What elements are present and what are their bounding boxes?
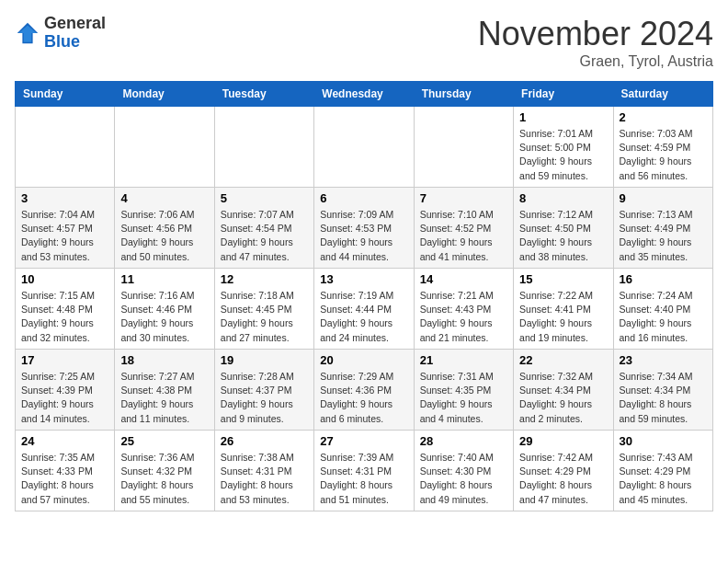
calendar-week-row: 10Sunrise: 7:15 AMSunset: 4:48 PMDayligh… [16, 269, 713, 350]
day-info: Sunrise: 7:27 AMSunset: 4:38 PMDaylight:… [120, 370, 208, 426]
day-number: 12 [221, 272, 308, 286]
day-info: Sunrise: 7:39 AMSunset: 4:31 PMDaylight:… [320, 451, 407, 507]
calendar-day-cell: 22Sunrise: 7:32 AMSunset: 4:34 PMDayligh… [514, 350, 613, 431]
day-number: 14 [420, 272, 507, 286]
svg-marker-1 [18, 25, 37, 41]
calendar-day-cell: 11Sunrise: 7:16 AMSunset: 4:46 PMDayligh… [115, 269, 214, 350]
day-info: Sunrise: 7:38 AMSunset: 4:31 PMDaylight:… [221, 451, 308, 507]
day-info: Sunrise: 7:04 AMSunset: 4:57 PMDaylight:… [21, 208, 108, 264]
calendar-day-cell: 16Sunrise: 7:24 AMSunset: 4:40 PMDayligh… [613, 269, 712, 350]
day-info: Sunrise: 7:35 AMSunset: 4:33 PMDaylight:… [21, 451, 108, 507]
calendar-day-cell: 8Sunrise: 7:12 AMSunset: 4:50 PMDaylight… [514, 188, 613, 269]
calendar-day-cell: 10Sunrise: 7:15 AMSunset: 4:48 PMDayligh… [16, 269, 115, 350]
calendar-day-cell: 14Sunrise: 7:21 AMSunset: 4:43 PMDayligh… [414, 269, 513, 350]
calendar-day-cell [314, 107, 414, 188]
calendar-week-row: 3Sunrise: 7:04 AMSunset: 4:57 PMDaylight… [16, 188, 713, 269]
calendar-week-row: 17Sunrise: 7:25 AMSunset: 4:39 PMDayligh… [16, 350, 713, 431]
day-info: Sunrise: 7:34 AMSunset: 4:34 PMDaylight:… [620, 370, 707, 426]
day-number: 2 [620, 110, 707, 124]
title-block: November 2024 Graen, Tyrol, Austria [478, 15, 713, 70]
calendar-day-cell: 9Sunrise: 7:13 AMSunset: 4:49 PMDaylight… [613, 188, 712, 269]
month-title: November 2024 [478, 15, 713, 53]
day-number: 29 [519, 434, 607, 448]
calendar-header-monday: Monday [115, 82, 214, 107]
day-info: Sunrise: 7:29 AMSunset: 4:36 PMDaylight:… [320, 370, 407, 426]
day-info: Sunrise: 7:03 AMSunset: 4:59 PMDaylight:… [620, 127, 707, 183]
calendar-week-row: 1Sunrise: 7:01 AMSunset: 5:00 PMDaylight… [16, 107, 713, 188]
day-number: 11 [120, 272, 208, 286]
day-info: Sunrise: 7:42 AMSunset: 4:29 PMDaylight:… [519, 451, 607, 507]
logo-general: General [44, 14, 106, 32]
day-number: 10 [21, 272, 108, 286]
calendar-day-cell: 18Sunrise: 7:27 AMSunset: 4:38 PMDayligh… [115, 350, 214, 431]
calendar-table: SundayMondayTuesdayWednesdayThursdayFrid… [15, 81, 713, 511]
calendar-day-cell: 15Sunrise: 7:22 AMSunset: 4:41 PMDayligh… [514, 269, 613, 350]
day-number: 26 [221, 434, 308, 448]
day-info: Sunrise: 7:40 AMSunset: 4:30 PMDaylight:… [420, 451, 507, 507]
calendar-week-row: 24Sunrise: 7:35 AMSunset: 4:33 PMDayligh… [16, 431, 713, 511]
day-number: 23 [620, 353, 707, 367]
day-info: Sunrise: 7:22 AMSunset: 4:41 PMDaylight:… [519, 289, 607, 345]
day-number: 16 [620, 272, 707, 286]
calendar-day-cell [115, 107, 214, 188]
calendar-day-cell: 3Sunrise: 7:04 AMSunset: 4:57 PMDaylight… [16, 188, 115, 269]
day-info: Sunrise: 7:15 AMSunset: 4:48 PMDaylight:… [21, 289, 108, 345]
calendar-day-cell: 12Sunrise: 7:18 AMSunset: 4:45 PMDayligh… [214, 269, 313, 350]
calendar-day-cell [214, 107, 313, 188]
calendar-day-cell: 21Sunrise: 7:31 AMSunset: 4:35 PMDayligh… [414, 350, 513, 431]
day-number: 19 [221, 353, 308, 367]
day-number: 15 [519, 272, 607, 286]
calendar-day-cell: 13Sunrise: 7:19 AMSunset: 4:44 PMDayligh… [314, 269, 414, 350]
day-number: 4 [120, 191, 208, 205]
day-number: 25 [120, 434, 208, 448]
day-info: Sunrise: 7:09 AMSunset: 4:53 PMDaylight:… [320, 208, 407, 264]
calendar-day-cell: 20Sunrise: 7:29 AMSunset: 4:36 PMDayligh… [314, 350, 414, 431]
calendar-day-cell: 19Sunrise: 7:28 AMSunset: 4:37 PMDayligh… [214, 350, 313, 431]
calendar-day-cell: 1Sunrise: 7:01 AMSunset: 5:00 PMDaylight… [514, 107, 613, 188]
logo-blue: Blue [44, 32, 80, 51]
day-info: Sunrise: 7:31 AMSunset: 4:35 PMDaylight:… [420, 370, 507, 426]
calendar-day-cell: 2Sunrise: 7:03 AMSunset: 4:59 PMDaylight… [613, 107, 712, 188]
day-info: Sunrise: 7:36 AMSunset: 4:32 PMDaylight:… [120, 451, 208, 507]
day-info: Sunrise: 7:18 AMSunset: 4:45 PMDaylight:… [221, 289, 308, 345]
calendar-day-cell: 30Sunrise: 7:43 AMSunset: 4:29 PMDayligh… [613, 431, 712, 511]
day-info: Sunrise: 7:06 AMSunset: 4:56 PMDaylight:… [120, 208, 208, 264]
location: Graen, Tyrol, Austria [478, 53, 713, 70]
day-number: 8 [519, 191, 607, 205]
logo-icon [15, 20, 40, 46]
day-number: 13 [320, 272, 407, 286]
calendar-header-saturday: Saturday [613, 82, 712, 107]
day-number: 3 [21, 191, 108, 205]
day-number: 21 [420, 353, 507, 367]
calendar-day-cell: 17Sunrise: 7:25 AMSunset: 4:39 PMDayligh… [16, 350, 115, 431]
day-number: 5 [221, 191, 308, 205]
calendar-day-cell: 7Sunrise: 7:10 AMSunset: 4:52 PMDaylight… [414, 188, 513, 269]
day-number: 24 [21, 434, 108, 448]
calendar-day-cell: 23Sunrise: 7:34 AMSunset: 4:34 PMDayligh… [613, 350, 712, 431]
calendar-day-cell: 24Sunrise: 7:35 AMSunset: 4:33 PMDayligh… [16, 431, 115, 511]
day-info: Sunrise: 7:28 AMSunset: 4:37 PMDaylight:… [221, 370, 308, 426]
calendar-header-friday: Friday [514, 82, 613, 107]
day-number: 17 [21, 353, 108, 367]
day-info: Sunrise: 7:16 AMSunset: 4:46 PMDaylight:… [120, 289, 208, 345]
logo: General Blue [15, 15, 106, 52]
page-header: General Blue November 2024 Graen, Tyrol,… [15, 15, 713, 70]
day-number: 30 [620, 434, 707, 448]
day-number: 28 [420, 434, 507, 448]
day-number: 9 [620, 191, 707, 205]
day-info: Sunrise: 7:10 AMSunset: 4:52 PMDaylight:… [420, 208, 507, 264]
calendar-header-tuesday: Tuesday [214, 82, 313, 107]
day-number: 20 [320, 353, 407, 367]
calendar-day-cell: 4Sunrise: 7:06 AMSunset: 4:56 PMDaylight… [115, 188, 214, 269]
day-info: Sunrise: 7:25 AMSunset: 4:39 PMDaylight:… [21, 370, 108, 426]
day-info: Sunrise: 7:21 AMSunset: 4:43 PMDaylight:… [420, 289, 507, 345]
calendar-day-cell: 25Sunrise: 7:36 AMSunset: 4:32 PMDayligh… [115, 431, 214, 511]
day-number: 6 [320, 191, 407, 205]
calendar-header-sunday: Sunday [16, 82, 115, 107]
day-number: 7 [420, 191, 507, 205]
calendar-header-wednesday: Wednesday [314, 82, 414, 107]
calendar-day-cell [16, 107, 115, 188]
day-info: Sunrise: 7:01 AMSunset: 5:00 PMDaylight:… [519, 127, 607, 183]
calendar-day-cell: 26Sunrise: 7:38 AMSunset: 4:31 PMDayligh… [214, 431, 313, 511]
day-info: Sunrise: 7:43 AMSunset: 4:29 PMDaylight:… [620, 451, 707, 507]
